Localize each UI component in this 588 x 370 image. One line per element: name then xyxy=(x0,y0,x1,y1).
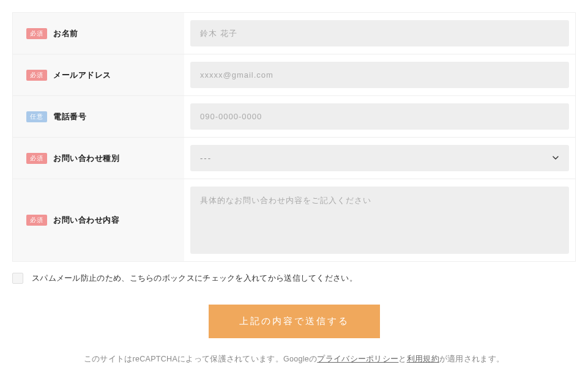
label-name: お名前 xyxy=(53,28,78,39)
label-email: メールアドレス xyxy=(53,70,111,81)
input-cell-phone xyxy=(184,96,575,137)
select-wrapper: --- xyxy=(190,145,569,171)
spam-checkbox-row: スパムメール防止のため、こちらのボックスにチェックを入れてから送信してください。 xyxy=(12,262,576,298)
required-badge: 必須 xyxy=(26,70,47,81)
optional-badge: 任意 xyxy=(26,111,47,122)
spam-checkbox-label: スパムメール防止のため、こちらのボックスにチェックを入れてから送信してください。 xyxy=(32,273,357,284)
disclaimer-text-3: が適用されます。 xyxy=(439,355,504,363)
content-textarea[interactable] xyxy=(190,187,569,254)
row-email: 必須 メールアドレス xyxy=(12,54,576,96)
input-cell-email xyxy=(184,54,575,95)
recaptcha-disclaimer: このサイトはreCAPTCHAによって保護されています。Googleのプライバシ… xyxy=(12,354,576,364)
email-input[interactable] xyxy=(190,62,569,88)
contact-form: 必須 お名前 必須 メールアドレス 任意 電話番号 必須 お問い合わせ種別 xyxy=(12,12,576,262)
input-cell-name xyxy=(184,13,575,54)
label-cell-phone: 任意 電話番号 xyxy=(13,96,184,137)
label-cell-content: 必須 お問い合わせ内容 xyxy=(13,179,184,261)
label-cell-email: 必須 メールアドレス xyxy=(13,54,184,95)
row-name: 必須 お名前 xyxy=(12,12,576,54)
label-cell-name: 必須 お名前 xyxy=(13,13,184,54)
type-select[interactable]: --- xyxy=(190,145,569,171)
required-badge: 必須 xyxy=(26,215,47,226)
input-cell-content xyxy=(184,179,575,261)
row-phone: 任意 電話番号 xyxy=(12,96,576,138)
label-cell-type: 必須 お問い合わせ種別 xyxy=(13,138,184,179)
input-cell-type: --- xyxy=(184,138,575,179)
spam-checkbox[interactable] xyxy=(12,273,23,284)
privacy-policy-link[interactable]: プライバシーポリシー xyxy=(317,355,398,363)
disclaimer-text-2: と xyxy=(398,355,406,363)
name-input[interactable] xyxy=(190,20,569,46)
label-type: お問い合わせ種別 xyxy=(53,153,119,164)
terms-link[interactable]: 利用規約 xyxy=(407,355,439,363)
phone-input[interactable] xyxy=(190,103,569,130)
row-type: 必須 お問い合わせ種別 --- xyxy=(12,138,576,179)
label-content: お問い合わせ内容 xyxy=(53,215,119,226)
required-badge: 必須 xyxy=(26,28,47,39)
required-badge: 必須 xyxy=(26,153,47,164)
submit-wrap: 上記の内容で送信する xyxy=(12,298,576,354)
label-phone: 電話番号 xyxy=(53,111,86,122)
disclaimer-text-1: このサイトはreCAPTCHAによって保護されています。Googleの xyxy=(84,355,318,363)
row-content: 必須 お問い合わせ内容 xyxy=(12,179,576,262)
submit-button[interactable]: 上記の内容で送信する xyxy=(209,305,380,338)
